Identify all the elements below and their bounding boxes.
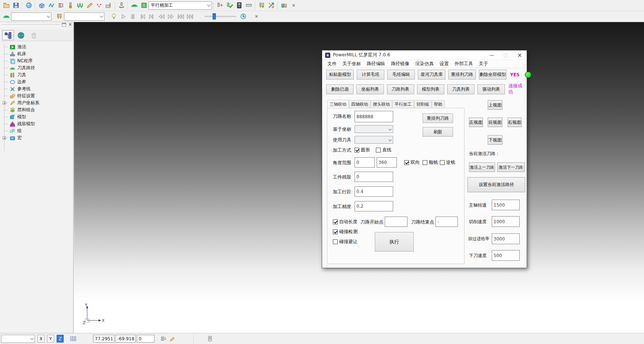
rearrange-toolpaths-button[interactable]: 重排列刀路	[448, 70, 476, 80]
top-view-button[interactable]: 上视图	[488, 100, 502, 110]
draw-icon[interactable]	[168, 334, 177, 343]
tool-list-button[interactable]: 刀具列表	[447, 84, 474, 94]
collision-check-checkbox[interactable]: 碰撞检测	[333, 229, 357, 235]
explorer-trash-tab[interactable]	[28, 30, 40, 40]
slider-handle[interactable]	[213, 13, 216, 20]
minimize-button[interactable]: —	[485, 51, 499, 60]
front-view-button[interactable]: 前视图	[488, 117, 502, 127]
statusbar-dropdown[interactable]	[1, 335, 35, 343]
angle-from-input[interactable]	[355, 157, 375, 168]
save-project-icon[interactable]	[11, 1, 21, 10]
block-edit-button[interactable]: 毛坯编辑	[387, 70, 415, 80]
light-icon[interactable]	[109, 12, 118, 21]
menu-coords[interactable]: 关于坐标	[339, 61, 364, 67]
tree-item-boundaries[interactable]: 边界	[0, 78, 74, 85]
execute-button[interactable]: 执行	[375, 232, 414, 252]
grid-icon[interactable]	[69, 334, 78, 343]
tool-icon[interactable]	[65, 1, 75, 10]
toolpath-strategy-icon[interactable]	[46, 1, 56, 10]
collision-avoid-checkbox[interactable]: 碰撞避让	[333, 239, 357, 245]
strategy-list-icon[interactable]	[139, 1, 149, 10]
tree-item-activate[interactable]: 激活	[0, 43, 74, 50]
feeds-speeds-icon[interactable]	[56, 1, 65, 10]
axis-z-button[interactable]: Z	[57, 335, 64, 343]
climb-checkbox[interactable]: 顺铣	[423, 159, 438, 166]
end-point-input[interactable]	[435, 217, 458, 227]
menu-render-sim[interactable]: 渲染仿真	[412, 61, 437, 67]
delete-selected-button[interactable]: 删除已选	[326, 84, 353, 94]
toolpath-verify-icon[interactable]	[117, 1, 126, 10]
coord-list-button[interactable]: 坐标列表	[356, 84, 384, 94]
tab-parallel[interactable]: 平行加工	[392, 100, 414, 108]
tool-copy-icon[interactable]	[257, 1, 266, 10]
rearrange-button[interactable]: 重排列刀路	[423, 113, 453, 123]
activate-prev-button[interactable]: 激活上一刀路	[469, 162, 495, 172]
menu-path-edit[interactable]: 路径编辑	[364, 61, 388, 67]
play-icon[interactable]	[118, 12, 128, 21]
close-toolbar-icon[interactable]	[289, 1, 298, 10]
pattern-edit-icon[interactable]	[85, 1, 94, 10]
cutting-speed-input[interactable]	[492, 216, 520, 227]
holders-icon[interactable]	[279, 1, 289, 10]
tolerance-input[interactable]	[355, 201, 393, 211]
explorer-tree-tab[interactable]	[2, 30, 14, 40]
close-toolbar-icon[interactable]	[252, 12, 261, 21]
explorer-globe-tab[interactable]	[15, 30, 27, 40]
set-active-path-button[interactable]: 设置当前激活路径	[467, 177, 525, 192]
toolpath-star-icon[interactable]	[215, 1, 225, 10]
dialog-titlebar[interactable]: PowerMILL 忆梦星河 7.0.6 — □ ×	[322, 50, 527, 60]
go-start-icon[interactable]	[176, 12, 185, 21]
toolpath-check-icon[interactable]	[225, 1, 234, 10]
tab-4axis[interactable]: 四轴联动	[349, 100, 370, 108]
coord-base-dropdown[interactable]	[355, 125, 393, 133]
mode-line-checkbox[interactable]: 直线	[376, 147, 391, 153]
mode-circle-checkbox[interactable]: 圆形	[355, 147, 370, 153]
measure-icon[interactable]	[244, 1, 253, 10]
left-view-button[interactable]: 左视图	[469, 117, 483, 127]
spindle-speed-input[interactable]	[492, 200, 520, 210]
panel-grip[interactable]	[1, 24, 60, 27]
tab-head-tilt[interactable]: 摆头联动	[371, 100, 392, 108]
conventional-checkbox[interactable]: 逆铣	[440, 159, 455, 166]
calculator-icon[interactable]	[234, 1, 244, 10]
activate-next-button[interactable]: 激活下一刀路	[497, 162, 524, 172]
collision-box-icon[interactable]	[104, 1, 113, 10]
strategy-dropdown[interactable]: 平行精加工	[149, 1, 212, 10]
sim-toolpath-dropdown[interactable]	[11, 13, 51, 21]
paste-model-button[interactable]: 粘贴新模型	[326, 70, 354, 80]
expand-icon[interactable]	[3, 136, 6, 140]
go-end-icon[interactable]	[185, 12, 195, 21]
clock-icon[interactable]	[238, 12, 248, 21]
coordinate-y-field[interactable]: -69.918	[115, 335, 136, 343]
tree-item-groups[interactable]: 组	[0, 127, 74, 134]
tool-library-button[interactable]: 星河刀具库	[418, 70, 445, 80]
active-toolpath-icon[interactable]	[129, 1, 139, 10]
tree-item-patterns[interactable]: 参考线	[0, 85, 74, 92]
tree-item-macros[interactable]: 宏	[0, 134, 74, 141]
leads-links-icon[interactable]	[75, 1, 85, 10]
viewmill-icon[interactable]	[24, 1, 33, 10]
stepover-input[interactable]	[355, 186, 393, 197]
start-point-input[interactable]	[385, 217, 408, 227]
plunge-speed-input[interactable]	[492, 250, 520, 261]
menu-external-tools[interactable]: 外部工具	[452, 61, 476, 67]
tree-item-tools[interactable]: 刀具	[0, 71, 74, 78]
tool-icon[interactable]	[54, 12, 64, 21]
refresh-button[interactable]: 刷新	[423, 127, 453, 137]
simulation-speed-slider[interactable]	[204, 16, 236, 17]
coordinate-z-field[interactable]: 0	[137, 335, 154, 343]
drive-list-button[interactable]: 驱动列表	[477, 84, 505, 94]
points-icon[interactable]	[94, 1, 104, 10]
panel-close-icon[interactable]	[68, 22, 72, 27]
angle-to-input[interactable]	[377, 157, 397, 168]
menu-path-mirror[interactable]: 路径镜像	[388, 61, 412, 67]
search-back-icon[interactable]	[157, 12, 166, 21]
tree-item-models[interactable]: 模型	[0, 113, 74, 120]
bottom-view-button[interactable]: 下视图	[488, 135, 502, 145]
toolpath-list-button[interactable]: 刀路列表	[387, 84, 414, 94]
tree-item-nc-program[interactable]: NC程序	[0, 57, 74, 64]
active-toolpath-icon[interactable]	[1, 12, 11, 21]
bidirectional-checkbox[interactable]: 双向	[404, 159, 420, 166]
menu-about[interactable]: 关于	[476, 61, 491, 67]
swap-axes-icon[interactable]	[266, 1, 276, 10]
